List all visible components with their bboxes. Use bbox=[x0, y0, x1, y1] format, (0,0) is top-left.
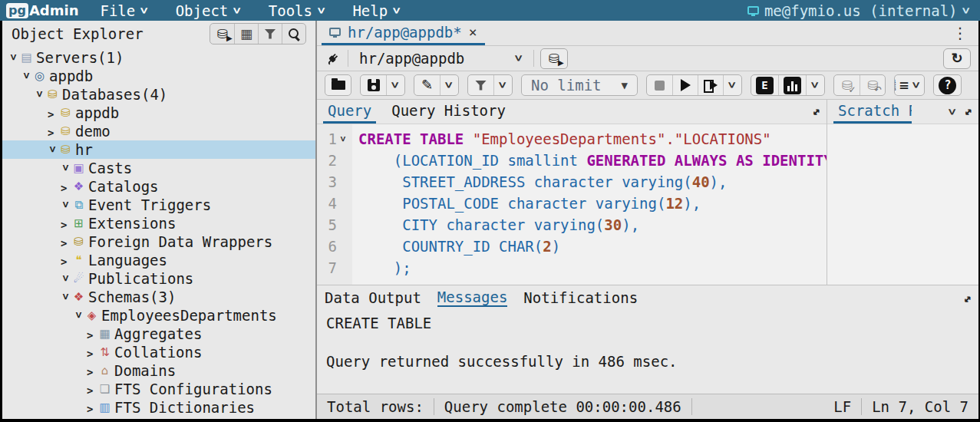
menu-object[interactable]: Object> bbox=[176, 2, 241, 19]
search-button[interactable] bbox=[282, 24, 305, 44]
tree-item-collations[interactable]: >⇅Collations bbox=[2, 343, 315, 361]
help-button[interactable]: ? bbox=[934, 75, 961, 95]
refresh-button[interactable]: ↻ bbox=[943, 48, 971, 69]
expand-icon[interactable]: > bbox=[87, 403, 97, 415]
collapse-icon[interactable]: > bbox=[60, 202, 72, 212]
tree-item-label: Extensions bbox=[88, 215, 176, 232]
query-complete-status: Query complete 00:00:00.486 bbox=[434, 398, 691, 415]
query-tool-tab-label: hr/app@appdb* bbox=[348, 24, 462, 41]
tree-item-label: hr bbox=[75, 141, 93, 158]
expand-icon[interactable]: > bbox=[61, 219, 71, 231]
expand-icon[interactable]: > bbox=[61, 237, 71, 249]
kebab-menu-icon[interactable]: ⋮ bbox=[942, 21, 978, 45]
grid-view-button[interactable]: ▦ bbox=[234, 24, 258, 44]
menu-file[interactable]: File> bbox=[100, 2, 147, 19]
folder-icon bbox=[332, 81, 345, 90]
commit-button[interactable]: ⛁✓ bbox=[834, 75, 860, 95]
scratch-pad-input[interactable] bbox=[827, 124, 978, 285]
tree-item-domains[interactable]: >⌂Domains bbox=[2, 361, 315, 380]
maximize-icon[interactable]: ↔ bbox=[808, 104, 823, 119]
row-limit-select[interactable]: No limit ▼ bbox=[522, 75, 637, 95]
tree-item-appdb[interactable]: >⛁appdb bbox=[2, 104, 315, 122]
explain-analyze-button[interactable] bbox=[778, 75, 806, 95]
execute-script-button[interactable] bbox=[698, 75, 723, 95]
collapse-icon[interactable]: > bbox=[60, 275, 72, 285]
expand-icon[interactable]: > bbox=[87, 366, 97, 378]
edit-menu-button[interactable]: > bbox=[440, 75, 458, 95]
execute-menu-button[interactable]: > bbox=[723, 75, 741, 95]
open-file-button[interactable] bbox=[325, 75, 351, 95]
tree-item-demo[interactable]: >⛁demo bbox=[2, 122, 315, 140]
expand-icon[interactable]: > bbox=[48, 127, 58, 139]
tree-item-casts[interactable]: >▣Casts bbox=[2, 159, 315, 177]
add-database-icon: ⛁▶ bbox=[216, 28, 227, 41]
fold-icon[interactable]: > bbox=[338, 133, 348, 145]
collapse-icon[interactable]: > bbox=[34, 91, 46, 101]
tree-item-employeesdepartments[interactable]: >◈EmployeesDepartments bbox=[2, 306, 315, 325]
tree-item-catalogs[interactable]: >❖Catalogs bbox=[2, 177, 315, 196]
execute-button[interactable] bbox=[672, 75, 698, 95]
filter-button[interactable] bbox=[258, 24, 282, 44]
menu-tools[interactable]: Tools> bbox=[269, 2, 325, 19]
account-menu[interactable]: me@fymio.us (internal) > bbox=[747, 2, 969, 19]
tree-item-foreign-data-wrappers[interactable]: >⛁Foreign Data Wrappers bbox=[2, 232, 315, 251]
close-icon[interactable]: × bbox=[469, 25, 477, 39]
refresh-icon: ↻ bbox=[951, 50, 962, 67]
explain-menu-button[interactable]: > bbox=[806, 75, 824, 95]
collapse-icon[interactable]: > bbox=[21, 73, 33, 83]
collations-icon: ⇅ bbox=[97, 347, 113, 358]
tree-item-servers-1-[interactable]: >▤Servers(1) bbox=[2, 48, 315, 67]
explain-button[interactable]: E bbox=[751, 75, 778, 95]
collapse-icon[interactable]: > bbox=[60, 165, 72, 175]
tree-item-fts-dictionaries[interactable]: >▥FTS Dictionaries bbox=[2, 398, 315, 417]
collapse-icon[interactable]: > bbox=[8, 54, 20, 64]
tree-item-languages[interactable]: >❝Languages bbox=[2, 251, 315, 269]
macros-button[interactable]: ≡> bbox=[895, 75, 924, 95]
tree-item-event-triggers[interactable]: >⧉Event Triggers bbox=[2, 196, 315, 214]
chevron-down-icon[interactable]: > bbox=[946, 108, 959, 114]
tree-item-schemas-3-[interactable]: >❖Schemas(3) bbox=[2, 288, 315, 306]
tree-item-databases-4-[interactable]: >⛁Databases(4) bbox=[2, 85, 315, 104]
query-tool-tab[interactable]: hr/app@appdb* × bbox=[322, 21, 485, 45]
maximize-icon[interactable]: ↔ bbox=[960, 104, 975, 119]
expand-icon[interactable]: > bbox=[61, 182, 71, 194]
edit-button[interactable]: ✎ bbox=[414, 75, 440, 95]
collapse-icon[interactable]: > bbox=[47, 147, 59, 157]
save-menu-button[interactable]: > bbox=[386, 75, 404, 95]
expand-icon[interactable]: > bbox=[48, 108, 58, 120]
connection-select[interactable]: hr/app@appdb > bbox=[348, 46, 533, 71]
expand-icon[interactable]: > bbox=[87, 384, 97, 397]
tree-item-extensions[interactable]: >⊞Extensions bbox=[2, 214, 315, 232]
maximize-icon[interactable]: ↔ bbox=[959, 291, 974, 305]
tab-scratch-pad[interactable]: Scratch Pad bbox=[833, 100, 912, 124]
collapse-icon[interactable]: > bbox=[60, 294, 72, 304]
line-number: 3 bbox=[317, 173, 337, 190]
new-connection-button[interactable]: ⛁▶ bbox=[540, 48, 568, 69]
tree-item-appdb[interactable]: >◎appdb bbox=[2, 67, 315, 85]
tree-item-label: Casts bbox=[88, 160, 132, 176]
tab-messages[interactable]: Messages bbox=[437, 288, 508, 307]
tab-notifications[interactable]: Notifications bbox=[523, 289, 638, 306]
postgres-server-icon: ◎ bbox=[31, 71, 48, 82]
menu-help[interactable]: Help> bbox=[352, 2, 400, 19]
tab-query-history[interactable]: Query History bbox=[387, 100, 510, 124]
filter-rows-button[interactable] bbox=[468, 75, 493, 95]
filter-menu-button[interactable]: > bbox=[493, 75, 512, 95]
tree-item-publications[interactable]: >☄Publications bbox=[2, 269, 315, 288]
expand-icon[interactable]: > bbox=[87, 348, 97, 360]
tree-item-hr[interactable]: >⛁hr bbox=[2, 140, 315, 159]
collapse-icon[interactable]: > bbox=[73, 312, 85, 322]
tab-query[interactable]: Query bbox=[323, 100, 376, 124]
tree-item-label: Foreign Data Wrappers bbox=[88, 233, 272, 250]
tree-item-fts-configurations[interactable]: >❏FTS Configurations bbox=[2, 380, 315, 398]
expand-icon[interactable]: > bbox=[87, 329, 97, 341]
cancel-query-button[interactable] bbox=[647, 75, 672, 95]
save-button[interactable] bbox=[361, 75, 386, 95]
connection-status-button[interactable] bbox=[317, 46, 348, 71]
sql-code-area[interactable]: CREATE TABLE "EmployeesDepartments"."LOC… bbox=[352, 124, 827, 285]
tab-data-output[interactable]: Data Output bbox=[325, 289, 421, 306]
tree-item-aggregates[interactable]: >▦Aggregates bbox=[2, 325, 315, 343]
expand-icon[interactable]: > bbox=[61, 256, 71, 268]
add-database-button[interactable]: ⛁▶ bbox=[210, 24, 234, 44]
rollback-button[interactable]: ⛁↶ bbox=[860, 75, 885, 95]
